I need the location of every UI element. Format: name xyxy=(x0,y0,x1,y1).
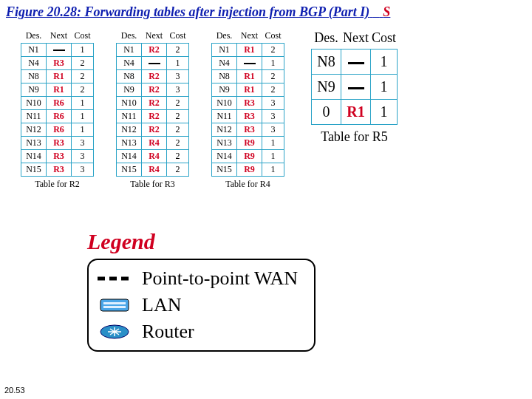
cell-cost: 3 xyxy=(262,123,284,137)
cell-cost: 1 xyxy=(262,163,284,177)
table-table-for-r3: Des.NextCostN1R22N41N8R23N9R23N10R22N11R… xyxy=(116,30,189,190)
table-header: Des.NextCost xyxy=(212,30,284,41)
cell-des: N4 xyxy=(21,57,47,70)
table-row: N14R33 xyxy=(21,150,94,163)
cell-next: R4 xyxy=(142,150,167,163)
table-row: N10R33 xyxy=(212,97,284,110)
legend-label: Router xyxy=(142,321,194,343)
legend-label: Point-to-point WAN xyxy=(142,267,298,290)
cell-des: N12 xyxy=(117,123,142,137)
cell-next: R2 xyxy=(142,83,167,97)
lan-icon xyxy=(98,295,132,316)
cell-next: R6 xyxy=(47,97,72,110)
cell-next: R9 xyxy=(237,137,262,150)
cell-next: R1 xyxy=(237,70,262,83)
table-row: N14R42 xyxy=(117,150,189,163)
cell-des: N14 xyxy=(21,150,47,163)
cell-next xyxy=(237,57,262,70)
cell-des: N8 xyxy=(21,70,47,83)
cell-des: N13 xyxy=(117,137,142,150)
cell-next: R3 xyxy=(47,163,72,177)
cell-des: N15 xyxy=(212,163,237,177)
table-row: N8R12 xyxy=(212,70,284,83)
cell-next: R2 xyxy=(142,70,167,83)
page-number: 20.53 xyxy=(4,386,25,395)
cell-cost: 2 xyxy=(72,70,94,83)
cell-next: R2 xyxy=(142,110,167,123)
table-row: N9R23 xyxy=(117,83,189,97)
cell-des: N14 xyxy=(212,150,237,163)
cell-des: N11 xyxy=(212,110,237,123)
table-table-for-r2: Des.NextCostN11N4R32N8R12N9R12N10R61N11R… xyxy=(21,30,94,190)
col-next: Next xyxy=(142,30,167,41)
cell-des: N9 xyxy=(312,75,341,100)
table-row: N12R61 xyxy=(21,123,94,137)
cell-next: R4 xyxy=(142,163,167,177)
cell-cost: 2 xyxy=(167,137,189,150)
cell-cost: 2 xyxy=(167,110,189,123)
figure-title: Figure 20.28: Forwarding tables after in… xyxy=(0,0,532,23)
cell-cost: 1 xyxy=(262,57,284,70)
cell-des: N1 xyxy=(21,44,47,57)
svg-rect-2 xyxy=(103,302,126,304)
cell-cost: 3 xyxy=(262,110,284,123)
cell-next: R2 xyxy=(142,123,167,137)
table-body: N1R22N41N8R23N9R23N10R22N11R22N12R22N13R… xyxy=(116,43,189,177)
cell-cost: 1 xyxy=(262,137,284,150)
cell-cost: 3 xyxy=(72,137,94,150)
p2p-icon xyxy=(98,268,132,289)
cell-des: N4 xyxy=(212,57,237,70)
cell-next: R1 xyxy=(341,100,371,125)
table-row: N11R33 xyxy=(212,110,284,123)
cell-next: R3 xyxy=(237,110,262,123)
table-row: N10R22 xyxy=(117,97,189,110)
col-cost: Cost xyxy=(72,30,94,41)
table-row: 0R11 xyxy=(312,100,398,125)
cell-next xyxy=(341,75,371,100)
cell-des: N10 xyxy=(212,97,237,110)
figure-title-suffix: S xyxy=(383,4,390,19)
table-header: Des.NextCost xyxy=(21,30,94,41)
cell-cost: 1 xyxy=(72,97,94,110)
table-row: N8R23 xyxy=(117,70,189,83)
table-header: Des. Next Cost xyxy=(312,30,398,46)
table-caption: Table for R4 xyxy=(225,179,270,190)
cell-des: N1 xyxy=(117,44,142,57)
cell-des: N4 xyxy=(117,57,142,70)
cell-des: N14 xyxy=(117,150,142,163)
table-row: N41 xyxy=(212,57,284,70)
cell-next: R4 xyxy=(142,137,167,150)
cell-des: N9 xyxy=(212,83,237,97)
cell-cost: 1 xyxy=(262,150,284,163)
cell-next: R3 xyxy=(237,123,262,137)
cell-des: N9 xyxy=(117,83,142,97)
cell-des: 0 xyxy=(312,100,341,125)
table-row: N15R42 xyxy=(117,163,189,177)
cell-cost: 2 xyxy=(167,150,189,163)
table-row: N41 xyxy=(117,57,189,70)
cell-des: N11 xyxy=(21,110,47,123)
table-row: N1R12 xyxy=(212,44,284,57)
col-des: Des. xyxy=(117,30,142,41)
col-next: Next xyxy=(237,30,262,41)
cell-cost: 1 xyxy=(371,50,398,75)
table-body: N11N4R32N8R12N9R12N10R61N11R61N12R61N13R… xyxy=(21,43,94,177)
cell-cost: 2 xyxy=(262,83,284,97)
cell-des: N8 xyxy=(312,50,341,75)
col-des: Des. xyxy=(21,30,47,41)
table-row: N4R32 xyxy=(21,57,94,70)
table-body: N81N910R11 xyxy=(311,49,398,125)
table-caption: Table for R5 xyxy=(321,129,388,145)
table-row: N11R22 xyxy=(117,110,189,123)
table-row: N1R22 xyxy=(117,44,189,57)
cell-cost: 3 xyxy=(262,97,284,110)
table-row: N14R91 xyxy=(212,150,284,163)
cell-cost: 2 xyxy=(262,44,284,57)
table-body: N1R12N41N8R12N9R12N10R33N11R33N12R33N13R… xyxy=(211,43,284,177)
cell-next: R1 xyxy=(47,70,72,83)
table-row: N13R42 xyxy=(117,137,189,150)
cell-cost: 2 xyxy=(72,83,94,97)
cell-next: R6 xyxy=(47,110,72,123)
cell-next: R3 xyxy=(47,137,72,150)
table-row: N11R61 xyxy=(21,110,94,123)
